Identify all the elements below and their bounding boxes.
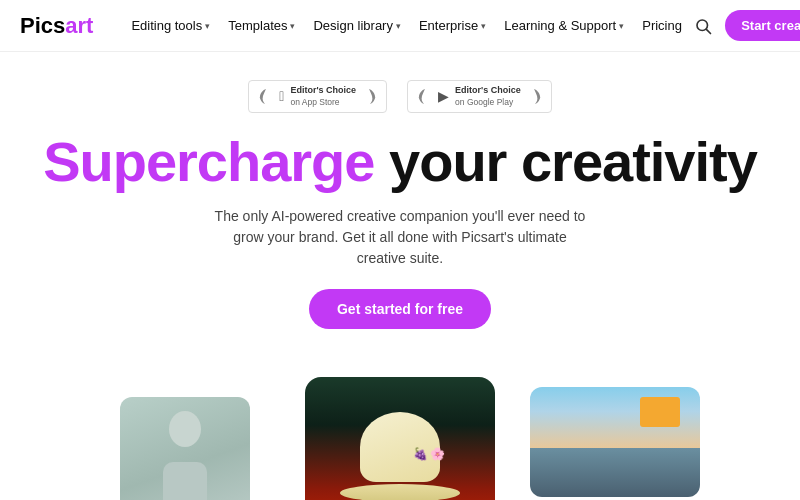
svg-line-1 [706, 29, 710, 33]
hat-image: 🍇 🌸 [305, 377, 495, 500]
nav-learning[interactable]: Learning & Support ▾ [496, 12, 632, 39]
chevron-down-icon: ▾ [396, 21, 401, 31]
svg-point-2 [169, 411, 201, 447]
search-button[interactable] [690, 10, 715, 42]
start-creating-button[interactable]: Start creating [725, 10, 800, 41]
chevron-down-icon: ▾ [619, 21, 624, 31]
nav-editing-tools[interactable]: Editing tools ▾ [123, 12, 218, 39]
flower-icon: 🍇 [413, 447, 428, 461]
laurel-left-icon [259, 87, 273, 105]
nav-design-library[interactable]: Design library ▾ [305, 12, 408, 39]
play-icon: ▶ [438, 88, 449, 104]
chevron-down-icon: ▾ [205, 21, 210, 31]
nav-pricing[interactable]: Pricing [634, 12, 690, 39]
logo[interactable]: Picsart [20, 13, 93, 39]
chevron-down-icon: ▾ [290, 21, 295, 31]
laurel-left-2-icon [418, 87, 432, 105]
person-image [120, 397, 250, 500]
hat-brim [340, 484, 460, 500]
hat-shape: 🍇 🌸 [340, 412, 460, 500]
nav-enterprise[interactable]: Enterprise ▾ [411, 12, 494, 39]
person-silhouette [135, 407, 235, 500]
award-googleplay: ▶ Editor's Choice on Google Play [407, 80, 552, 113]
headline-colored: Supercharge [43, 130, 374, 193]
flower2-icon: 🌸 [430, 447, 445, 461]
hero-section:  Editor's Choice on App Store ▶ Editor'… [0, 52, 800, 500]
logo-art: art [65, 13, 93, 38]
landscape-sky [530, 387, 700, 448]
hero-subtext: The only AI-powered creative companion y… [210, 206, 590, 269]
landscape-mountains [530, 448, 700, 498]
svg-rect-3 [163, 462, 207, 500]
laurel-right-2-icon [527, 87, 541, 105]
landscape-image [530, 387, 700, 497]
headline-rest: your creativity [374, 130, 756, 193]
award-googleplay-text: Editor's Choice on Google Play [455, 85, 521, 108]
orange-box [640, 397, 680, 427]
logo-pics: Pics [20, 13, 65, 38]
nav-templates[interactable]: Templates ▾ [220, 12, 303, 39]
awards-row:  Editor's Choice on App Store ▶ Editor'… [248, 80, 551, 113]
cta-button[interactable]: Get started for free [309, 289, 491, 329]
search-icon [694, 17, 712, 35]
hat-flowers: 🍇 🌸 [413, 447, 445, 461]
laurel-right-icon [362, 87, 376, 105]
award-appstore-text: Editor's Choice on App Store [290, 85, 356, 108]
chevron-down-icon: ▾ [481, 21, 486, 31]
nav-links: Editing tools ▾ Templates ▾ Design libra… [123, 12, 690, 39]
nav-right: Start creating Log in [690, 3, 800, 49]
navigation: Picsart Editing tools ▾ Templates ▾ Desi… [0, 0, 800, 52]
hero-headline: Supercharge your creativity [43, 131, 757, 193]
award-appstore:  Editor's Choice on App Store [248, 80, 387, 113]
hero-images: 🍇 🌸 [0, 357, 800, 500]
apple-icon:  [279, 88, 284, 104]
